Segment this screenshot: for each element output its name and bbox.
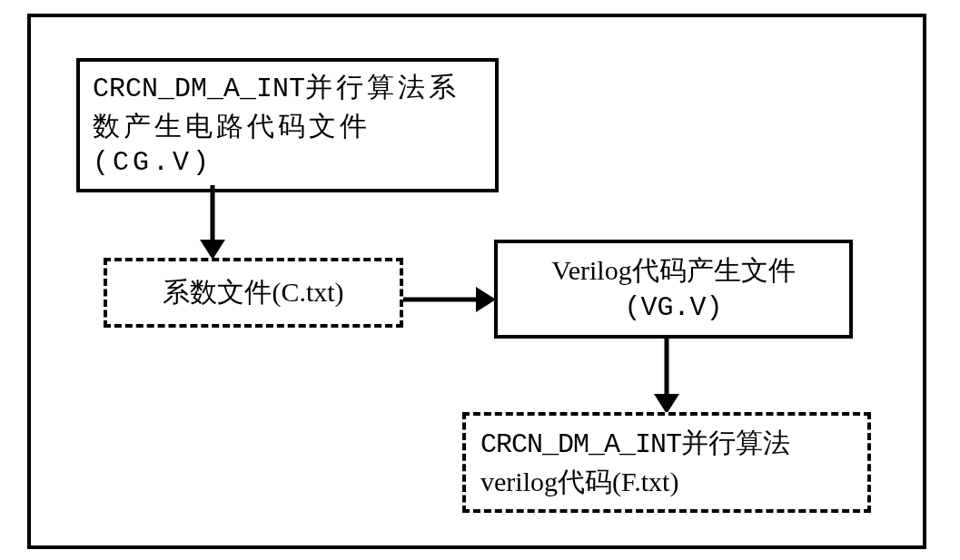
box-coeff-file: 系数文件(C.txt) — [104, 258, 403, 328]
box1-line3: (CG.V) — [93, 144, 482, 182]
box4-code-label: CRCN_DM_A_INT — [480, 429, 681, 460]
diagram-frame: CRCN_DM_A_INT并行算法系 数产生电路代码文件 (CG.V) 系数文件… — [27, 14, 926, 549]
box1-line1: CRCN_DM_A_INT并行算法系 — [93, 69, 482, 108]
box1-line2: 数产生电路代码文件 — [93, 108, 482, 145]
arrow-line — [403, 298, 478, 302]
box1-code-label: CRCN_DM_A_INT — [93, 74, 305, 104]
box-coeff-gen-circuit-code: CRCN_DM_A_INT并行算法系 数产生电路代码文件 (CG.V) — [76, 58, 499, 192]
arrow-box1-to-box2 — [199, 185, 226, 258]
box4-line1: CRCN_DM_A_INT并行算法 — [480, 425, 853, 464]
box-verilog-code-output: CRCN_DM_A_INT并行算法 verilog代码(F.txt) — [462, 412, 871, 513]
arrow-head — [200, 240, 225, 260]
arrow-box2-to-box3 — [403, 286, 494, 313]
arrow-head — [654, 394, 679, 414]
arrow-line — [211, 185, 215, 241]
box2-text: 系数文件(C.txt) — [163, 277, 343, 307]
box3-line1: Verilog代码产生文件 — [507, 252, 840, 290]
box-verilog-gen-file: Verilog代码产生文件 (VG.V) — [494, 240, 853, 339]
arrow-head — [476, 287, 496, 312]
box1-zh-suffix: 并行算法系 — [305, 72, 460, 102]
box3-line2: (VG.V) — [507, 290, 840, 327]
box4-line2: verilog代码(F.txt) — [480, 464, 853, 501]
arrow-box3-to-box4 — [653, 335, 680, 412]
arrow-line — [665, 335, 669, 396]
box4-zh-suffix: 并行算法 — [681, 427, 790, 457]
